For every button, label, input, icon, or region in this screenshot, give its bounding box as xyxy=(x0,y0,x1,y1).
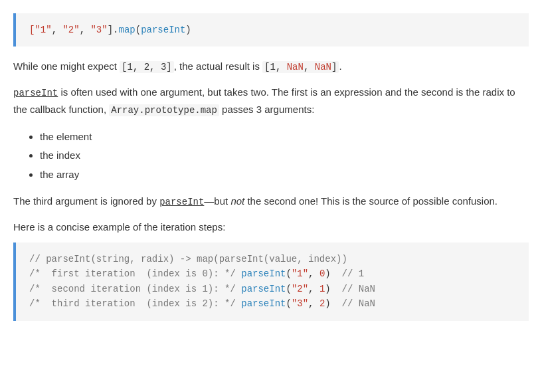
list-item-index: the index xyxy=(40,146,529,165)
parseInt-link-2[interactable]: parseInt xyxy=(159,197,204,207)
code-func-parseInt: parseInt xyxy=(141,25,185,35)
code-method-map: map xyxy=(119,25,136,35)
code-string-1: "1" xyxy=(35,25,51,35)
prose-3-dash: —but not the second one! This is the sou… xyxy=(204,195,497,207)
prose-2: parseInt is often used with one argument… xyxy=(13,84,529,118)
code-string-2: "2" xyxy=(62,25,79,35)
bullet-list: the element the index the array xyxy=(13,128,529,185)
code-block-2: // parseInt(string, radix) -> map(parseI… xyxy=(13,243,529,321)
prose-1-code2: [1, NaN, NaN] xyxy=(262,61,339,73)
prose-1: While one might expect [1, 2, 3], the ac… xyxy=(13,58,529,75)
code-block-1: ["1", "2", "3"].map(parseInt) xyxy=(13,13,529,47)
code-string-3: "3" xyxy=(90,25,107,35)
prose-2-text2: passes 3 arguments: xyxy=(219,104,314,115)
prose-1-before: While one might expect xyxy=(13,60,120,72)
parseInt-link-1[interactable]: parseInt xyxy=(13,88,58,98)
list-item-element: the element xyxy=(40,128,529,147)
code-line-4: /* third iteration (index is 2): */ pars… xyxy=(29,296,515,311)
code-line-2: /* first iteration (index is 0): */ pars… xyxy=(29,266,515,281)
prose-3-before: The third argument is ignored by xyxy=(13,195,159,207)
code-line-1: // parseInt(string, radix) -> map(parseI… xyxy=(29,252,515,266)
prose-1-middle: , the actual result is xyxy=(174,60,262,72)
prose-1-code1: [1, 2, 3] xyxy=(120,61,174,73)
list-item-array: the array xyxy=(40,165,529,185)
code-line-3: /* second iteration (index is 1): */ par… xyxy=(29,282,515,296)
prose-3: The third argument is ignored by parseIn… xyxy=(13,193,529,210)
prose-4: Here is a concise example of the iterati… xyxy=(13,219,529,236)
prose-1-after: . xyxy=(339,60,341,72)
prose-2-code: Array.prototype.map xyxy=(109,104,219,116)
